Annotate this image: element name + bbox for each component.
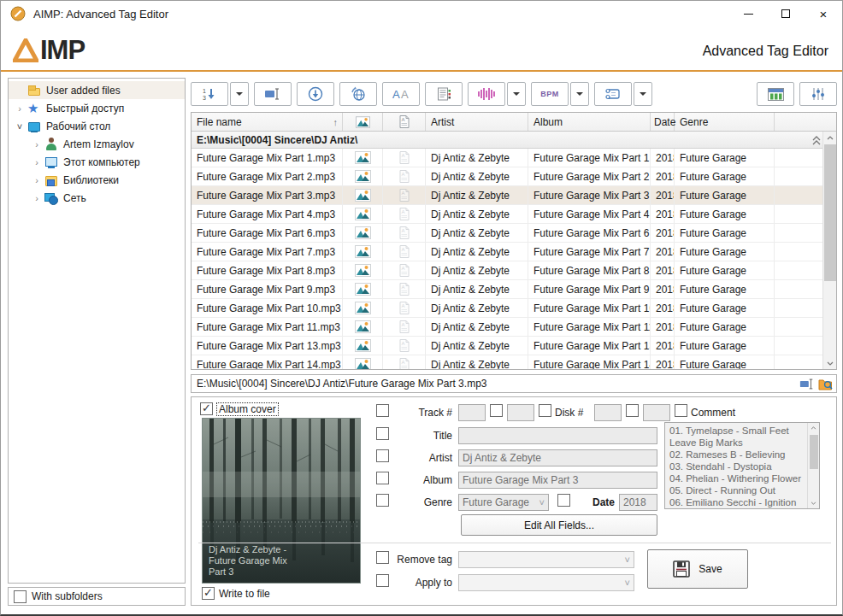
tree-expander-icon[interactable]: › bbox=[29, 175, 44, 185]
desktop-icon bbox=[27, 120, 41, 133]
sort-dropdown-button[interactable] bbox=[230, 82, 249, 106]
table-row[interactable]: Future Garage Mix Part 11.mp3 A Dj Antiz… bbox=[192, 318, 824, 337]
collapse-group-icon[interactable] bbox=[812, 136, 821, 145]
tree-expander-icon[interactable]: › bbox=[29, 157, 44, 167]
track-number-input[interactable] bbox=[458, 404, 486, 421]
rename-file-icon[interactable] bbox=[799, 378, 815, 390]
locate-file-icon[interactable] bbox=[818, 378, 833, 390]
sidebar-tree-item[interactable]: › Этот компьютер bbox=[9, 153, 185, 171]
tree-expander-icon[interactable]: › bbox=[29, 193, 44, 203]
table-row[interactable]: Future Garage Mix Part 4.mp3 A Dj Antiz … bbox=[192, 205, 824, 224]
scripts-button[interactable] bbox=[594, 82, 632, 106]
column-header-genre[interactable]: Genre bbox=[675, 113, 775, 131]
sidebar-tree-item[interactable]: ˅ Рабочий стол bbox=[9, 117, 185, 135]
tree-expander-icon[interactable]: › bbox=[29, 139, 44, 150]
table-row[interactable]: Future Garage Mix Part 14.mp3 A Dj Antiz… bbox=[192, 355, 824, 370]
table-row[interactable]: Future Garage Mix Part 13.mp3 A Dj Antiz… bbox=[192, 337, 824, 355]
minimize-button[interactable] bbox=[729, 1, 767, 26]
table-scrollbar[interactable] bbox=[822, 132, 836, 369]
disk-total-input[interactable] bbox=[643, 404, 670, 421]
album-field-checkbox[interactable] bbox=[376, 472, 389, 484]
waveform-dropdown-button[interactable] bbox=[507, 82, 526, 106]
track-field-checkbox[interactable] bbox=[376, 404, 389, 417]
comment-tracklist-box[interactable]: 01. Tymelapse - Small Feet Leave Big Mar… bbox=[664, 422, 820, 509]
comment-scroll-down-icon[interactable] bbox=[808, 498, 819, 508]
scroll-down-arrow-icon[interactable] bbox=[823, 357, 837, 369]
track-total-checkbox[interactable] bbox=[490, 404, 503, 417]
comment-scrollbar[interactable] bbox=[807, 423, 819, 508]
table-row[interactable]: Future Garage Mix Part 3.mp3 A Dj Antiz … bbox=[192, 186, 824, 205]
title-field-checkbox[interactable] bbox=[376, 427, 389, 440]
album-input[interactable]: Future Garage Mix Part 3 bbox=[458, 472, 657, 489]
column-header-lyrics[interactable]: A bbox=[383, 113, 426, 131]
album-cover-checkbox[interactable] bbox=[200, 402, 213, 415]
write-to-file-checkbox[interactable] bbox=[202, 587, 215, 600]
comment-checkbox[interactable] bbox=[675, 404, 687, 417]
table-row[interactable]: Future Garage Mix Part 2.mp3 A Dj Antiz … bbox=[192, 167, 824, 186]
bpm-dropdown-button[interactable] bbox=[570, 82, 589, 106]
column-header-cover[interactable] bbox=[343, 113, 383, 131]
letter-case-button[interactable]: A A bbox=[382, 82, 420, 106]
column-header-date[interactable]: Date bbox=[651, 113, 675, 131]
column-header-file-name[interactable]: File name ↑ bbox=[192, 113, 343, 131]
with-subfolders-checkbox[interactable] bbox=[14, 590, 27, 603]
date-field-checkbox[interactable] bbox=[557, 494, 570, 507]
tree-expander-icon[interactable]: › bbox=[12, 103, 27, 114]
genre-field-checkbox[interactable] bbox=[376, 494, 389, 507]
title-input[interactable] bbox=[458, 427, 657, 444]
track-total-input[interactable] bbox=[507, 404, 534, 421]
column-header-artist[interactable]: Artist bbox=[426, 113, 528, 131]
artist-field-checkbox[interactable] bbox=[376, 449, 389, 462]
disk-field-checkbox[interactable] bbox=[539, 404, 551, 417]
tree-expander-icon[interactable]: ˅ bbox=[12, 121, 27, 132]
sidebar-tree-item[interactable]: › Artem Izmaylov bbox=[9, 135, 185, 153]
waveform-icon bbox=[477, 87, 496, 101]
genre-select[interactable]: Future Garage ˅ bbox=[458, 494, 549, 511]
remove-tag-select[interactable]: ˅ bbox=[458, 551, 634, 568]
scripts-dropdown-button[interactable] bbox=[634, 82, 652, 106]
disk-number-input[interactable] bbox=[594, 404, 622, 421]
sidebar-tree-item[interactable]: User added files bbox=[9, 81, 185, 99]
waveform-button[interactable] bbox=[468, 82, 505, 106]
with-subfolders-label: With subfolders bbox=[32, 590, 103, 602]
comment-scroll-thumb[interactable] bbox=[810, 435, 818, 469]
table-row[interactable]: Future Garage Mix Part 9.mp3 A Dj Antiz … bbox=[192, 280, 824, 299]
cell-date: 2018 bbox=[651, 243, 675, 261]
table-row[interactable]: Future Garage Mix Part 6.mp3 A Dj Antiz … bbox=[192, 224, 824, 243]
disk-total-checkbox[interactable] bbox=[626, 404, 639, 417]
sidebar-tree-item[interactable]: › Библиотеки bbox=[9, 171, 185, 189]
chevron-down-icon: ˅ bbox=[539, 497, 545, 507]
close-button[interactable]: × bbox=[805, 1, 842, 26]
group-row[interactable]: E:\Music\[0004] Sincere\DJ Antiz\ bbox=[192, 132, 824, 149]
tree-item-label: Рабочий стол bbox=[46, 120, 110, 132]
table-row[interactable]: Future Garage Mix Part 10.mp3 A Dj Antiz… bbox=[192, 299, 824, 318]
date-input[interactable]: 2018 bbox=[619, 494, 657, 511]
apply-to-select[interactable]: ˅ bbox=[458, 574, 634, 591]
lyrics-button[interactable] bbox=[425, 82, 463, 106]
table-row[interactable]: Future Garage Mix Part 7.mp3 A Dj Antiz … bbox=[192, 243, 824, 261]
maximize-button[interactable] bbox=[767, 1, 805, 26]
bpm-button[interactable]: BPM bbox=[531, 82, 569, 106]
table-row[interactable]: Future Garage Mix Part 8.mp3 A Dj Antiz … bbox=[192, 261, 824, 280]
cell-genre: Future Garage bbox=[675, 337, 775, 355]
sidebar-tree-item[interactable]: › Быстрый доступ bbox=[9, 99, 185, 117]
artist-input[interactable]: Dj Antiz & Zebyte bbox=[458, 449, 657, 466]
sort-button[interactable]: 1 3 bbox=[191, 82, 228, 106]
scroll-thumb[interactable] bbox=[824, 144, 836, 281]
scroll-up-arrow-icon[interactable] bbox=[823, 132, 837, 144]
save-button[interactable]: Save bbox=[647, 549, 748, 589]
autofill-button[interactable] bbox=[297, 82, 334, 106]
rename-button[interactable] bbox=[254, 82, 292, 106]
column-header-album[interactable]: Album bbox=[528, 113, 651, 131]
columns-button[interactable] bbox=[757, 82, 794, 106]
comment-scroll-up-icon[interactable] bbox=[808, 423, 819, 433]
svg-text:A: A bbox=[401, 209, 404, 214]
edit-all-fields-button[interactable]: Edit All Fields... bbox=[461, 514, 657, 536]
internet-info-button[interactable] bbox=[339, 82, 377, 106]
options-button[interactable] bbox=[799, 82, 837, 106]
genre-value: Future Garage bbox=[463, 496, 529, 508]
sidebar-tree-item[interactable]: › Сеть bbox=[9, 189, 185, 207]
album-art-thumb-icon bbox=[355, 226, 371, 239]
table-row[interactable]: Future Garage Mix Part 1.mp3 A Dj Antiz … bbox=[192, 149, 824, 167]
album-cover-image[interactable]: Dj Antiz & Zebyte - Future Garage Mix Pa… bbox=[202, 418, 361, 584]
